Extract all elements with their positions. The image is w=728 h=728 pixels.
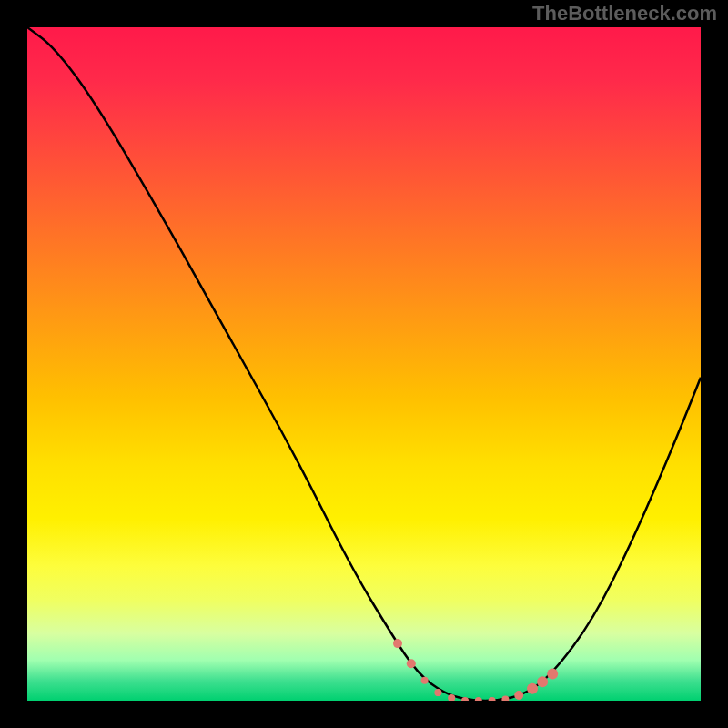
marker-dot xyxy=(501,696,509,701)
marker-dot xyxy=(537,676,548,687)
marker-dot xyxy=(514,691,523,700)
marker-dot xyxy=(434,689,441,696)
plot-area xyxy=(27,27,701,701)
curve-svg xyxy=(27,27,701,701)
watermark-text: TheBottleneck.com xyxy=(532,2,717,25)
marker-dot xyxy=(489,697,496,701)
marker-dot xyxy=(421,677,429,684)
marker-dot xyxy=(393,639,402,648)
marker-dot xyxy=(407,659,416,668)
marker-dot xyxy=(547,668,558,679)
marker-dot xyxy=(475,697,482,701)
marker-dot xyxy=(527,683,538,694)
bottleneck-curve xyxy=(27,27,701,701)
